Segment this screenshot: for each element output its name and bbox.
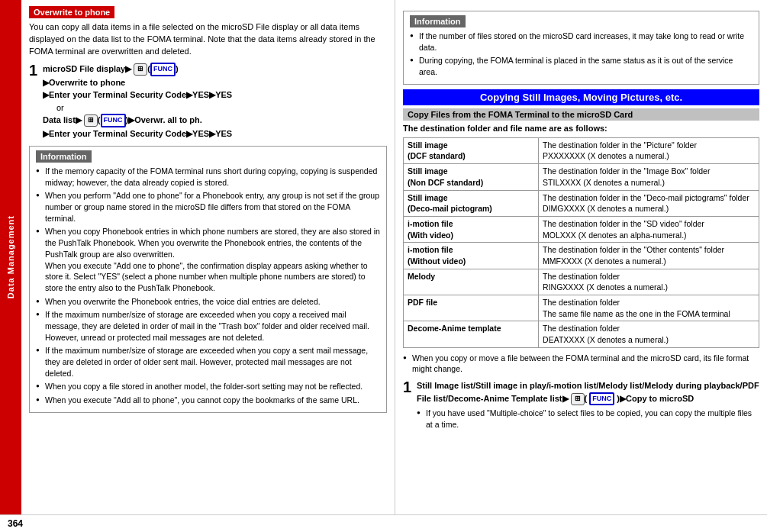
func-label-right: FUNC	[589, 392, 614, 406]
table-cell-dest: The destination folder The same file nam…	[539, 295, 759, 321]
info-item-5: If the maximum number/size of storage ar…	[36, 309, 380, 343]
right-step-1: 1 Still Image list/Still image in play/i…	[403, 379, 759, 433]
table-cell-type: Still image (DCF standard)	[404, 137, 539, 163]
func-icon-2: ⊞	[84, 114, 98, 127]
table-cell-type: Still image (Deco-mail pictogram)	[404, 190, 539, 216]
table-row: Still image (Non DCF standard)The destin…	[404, 164, 759, 190]
step-number-1: 1	[29, 63, 37, 78]
table-row: Still image (Deco-mail pictogram)The des…	[404, 190, 759, 216]
table-row: PDF fileThe destination folder The same …	[404, 295, 759, 321]
info-item-2: When you perform "Add one to phone" for …	[36, 190, 380, 224]
copying-header: Copying Still Images, Moving Pictures, e…	[403, 89, 759, 105]
info-header-left: Information	[36, 150, 92, 163]
table-row: i-motion file (With video)The destinatio…	[404, 216, 759, 242]
right-column: Information If the number of files store…	[395, 0, 767, 514]
copy-files-header: Copy Files from the FOMA Terminal to the…	[403, 108, 759, 121]
info-item-4: When you overwrite the Phonebook entries…	[36, 296, 380, 308]
step-line-2: ▶Overwrite to phone	[43, 76, 387, 89]
table-cell-dest: The destination folder in the "Deco-mail…	[539, 190, 759, 216]
info-item-8: When you execute "Add all to phone", you…	[36, 395, 380, 406]
info-item-1: If the memory capacity of the FOMA termi…	[36, 166, 380, 188]
info-item-3: When you copy Phonebook entries in which…	[36, 226, 380, 293]
func-label-1: FUNC	[150, 63, 176, 76]
right-step-content: Still Image list/Still image in play/i-m…	[417, 379, 759, 430]
info-box-right: Information If the number of files store…	[403, 11, 759, 85]
step-line-3: ▶Enter your Terminal Security Code▶YES▶Y…	[43, 89, 387, 102]
table-row: Still image (DCF standard)The destinatio…	[404, 137, 759, 163]
overwrite-header: Overwrite to phone	[29, 6, 114, 18]
table-cell-dest: The destination folder in the "Other con…	[539, 243, 759, 269]
right-step-line-1: Still Image list/Still image in play/i-m…	[417, 379, 759, 405]
right-info-item-2: During copying, the FOMA terminal is pla…	[410, 55, 752, 77]
table-cell-type: PDF file	[404, 295, 539, 321]
func-icon-1: ⊞	[134, 63, 147, 76]
sidebar-label: Data Management	[6, 215, 15, 298]
table-cell-type: i-motion file (With video)	[404, 216, 539, 242]
table-cell-type: i-motion file (Without video)	[404, 243, 539, 269]
right-step-number: 1	[403, 379, 411, 395]
step-line-4: Data list▶ ⊞(FUNC)▶Overwr. all to ph.	[43, 114, 387, 127]
table-cell-type: Decome-Anime template	[404, 321, 539, 347]
table-cell-dest: The destination folder RINGXXXX (X denot…	[539, 269, 759, 295]
step-line-5: ▶Enter your Terminal Security Code▶YES▶Y…	[43, 127, 387, 140]
table-note: When you copy or move a file between the…	[403, 353, 759, 375]
right-step-note: If you have used "Multiple-choice" to se…	[417, 408, 759, 430]
table-row: MelodyThe destination folder RINGXXXX (X…	[404, 269, 759, 295]
destination-text: The destination folder and file name are…	[403, 124, 759, 133]
step-content-1: microSD File display▶ ⊞(FUNC) ▶Overwrite…	[43, 63, 387, 140]
sidebar: Data Management	[0, 0, 21, 514]
table-cell-dest: The destination folder in the "SD video"…	[539, 216, 759, 242]
intro-text: You can copy all data items in a file se…	[29, 21, 387, 58]
info-item-7: When you copy a file stored in another m…	[36, 381, 380, 392]
table-cell-dest: The destination folder in the "Image Box…	[539, 164, 759, 190]
or-text: or	[56, 103, 387, 112]
page-number: 364	[0, 514, 767, 532]
step-line-1: microSD File display▶ ⊞(FUNC)	[43, 63, 387, 76]
info-box-left: Information If the memory capacity of th…	[29, 146, 387, 413]
info-header-right: Information	[410, 15, 466, 27]
destination-table: Still image (DCF standard)The destinatio…	[403, 137, 759, 348]
table-cell-dest: The destination folder in the "Picture" …	[539, 137, 759, 163]
table-row: Decome-Anime templateThe destination fol…	[404, 321, 759, 347]
table-cell-type: Melody	[404, 269, 539, 295]
table-row: i-motion file (Without video)The destina…	[404, 243, 759, 269]
table-cell-type: Still image (Non DCF standard)	[404, 164, 539, 190]
step-1-block: 1 microSD File display▶ ⊞(FUNC) ▶Overwri…	[29, 63, 387, 140]
table-cell-dest: The destination folder DEATXXXX (X denot…	[539, 321, 759, 347]
func-icon-right: ⊞	[571, 393, 585, 405]
right-info-item-1: If the number of files stored on the mic…	[410, 31, 752, 53]
left-column: Overwrite to phone You can copy all data…	[21, 0, 395, 514]
func-label-2: FUNC	[101, 114, 126, 127]
info-item-6: If the maximum number/size of storage ar…	[36, 345, 380, 379]
